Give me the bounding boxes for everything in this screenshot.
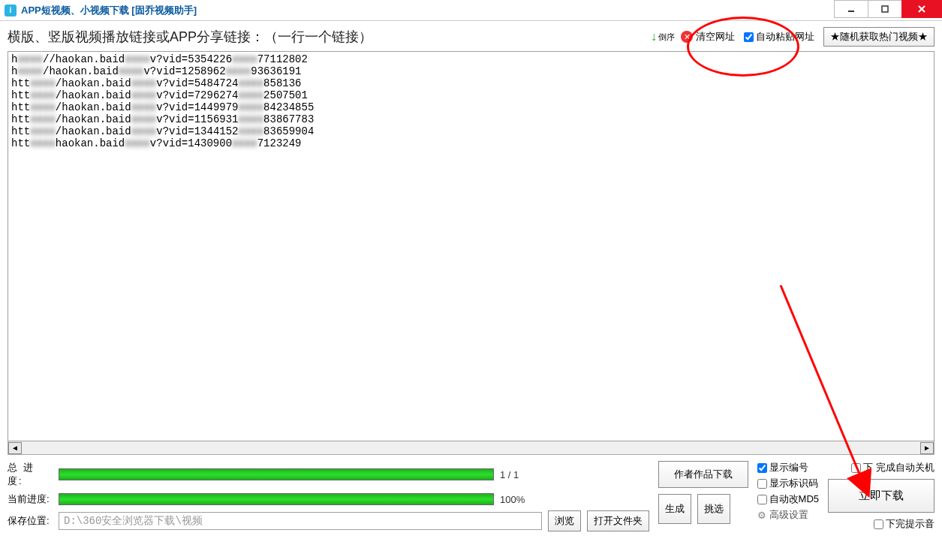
advanced-settings-link[interactable]: ⚙ 高级设置 — [757, 508, 819, 522]
show-id-checkbox[interactable]: 显示标识码 — [757, 477, 819, 490]
save-path-input[interactable] — [59, 512, 542, 530]
save-location-label: 保存位置: — [8, 514, 53, 528]
url-line: httxxxxhaokan.baidxxxxv?vid=1430900xxxx7… — [11, 137, 931, 149]
url-textarea[interactable]: hxxxx//haokan.baidxxxxv?vid=5354226xxxx7… — [8, 51, 934, 441]
browse-button[interactable]: 浏览 — [548, 510, 581, 531]
current-progress-bar — [59, 493, 494, 505]
maximize-button[interactable] — [868, 0, 902, 18]
url-line: httxxxx/haokan.baidxxxxv?vid=7296274xxxx… — [11, 89, 931, 101]
close-button[interactable] — [901, 0, 942, 18]
horizontal-scrollbar[interactable]: ◄ ► — [8, 441, 934, 455]
toolbar: 横版、竖版视频播放链接或APP分享链接：（一行一个链接） ↓ 倒序 ✕ 清空网址… — [8, 21, 934, 51]
download-now-button[interactable]: 立即下载 — [828, 479, 934, 513]
window-buttons — [835, 0, 942, 18]
url-line: httxxxx/haokan.baidxxxxv?vid=5484724xxxx… — [11, 77, 931, 89]
window-title: APP短视频、小视频下载 [固乔视频助手] — [21, 4, 197, 17]
total-progress-text: 1 / 1 — [500, 469, 545, 480]
sort-label: 倒序 — [658, 33, 675, 41]
auto-md5-checkbox[interactable]: 自动改MD5 — [757, 492, 819, 506]
auto-paste-checkbox[interactable]: 自动粘贴网址 — [744, 30, 814, 44]
total-progress-bar — [59, 468, 494, 480]
bottom-panel: 总 进 度: 1 / 1 当前进度: 100% 保存位置: 浏览 打开文件夹 — [8, 455, 934, 542]
auto-shutdown-checkbox[interactable]: 下 完成自动关机 — [851, 461, 934, 474]
open-folder-button[interactable]: 打开文件夹 — [587, 510, 649, 531]
auto-paste-label: 自动粘贴网址 — [756, 30, 814, 44]
url-line: hxxxx/haokan.baidxxxxv?vid=1258962xxxx93… — [11, 65, 931, 77]
scroll-right-button[interactable]: ► — [920, 442, 934, 454]
clear-label: 清空网址 — [696, 30, 735, 44]
author-download-button[interactable]: 作者作品下载 — [658, 461, 748, 488]
minimize-button[interactable] — [834, 0, 868, 18]
current-progress-label: 当前进度: — [8, 492, 53, 506]
main-area: 横版、竖版视频播放链接或APP分享链接：（一行一个链接） ↓ 倒序 ✕ 清空网址… — [0, 21, 942, 542]
arrow-down-icon: ↓ — [651, 30, 657, 44]
instruction-label: 横版、竖版视频播放链接或APP分享链接：（一行一个链接） — [8, 28, 651, 46]
options-column: 显示编号 显示标识码 自动改MD5 ⚙ 高级设置 — [757, 461, 819, 522]
show-number-checkbox[interactable]: 显示编号 — [757, 461, 819, 474]
app-icon: i — [5, 5, 17, 17]
current-progress-text: 100% — [500, 494, 545, 505]
svg-rect-1 — [882, 6, 888, 12]
url-line: hxxxx//haokan.baidxxxxv?vid=5354226xxxx7… — [11, 53, 931, 65]
auto-paste-input[interactable] — [744, 32, 754, 42]
done-sound-checkbox[interactable]: 下完提示音 — [874, 517, 934, 531]
url-line: httxxxx/haokan.baidxxxxv?vid=1344152xxxx… — [11, 125, 931, 137]
clear-urls-button[interactable]: ✕ 清空网址 — [681, 30, 735, 44]
close-circle-icon: ✕ — [681, 31, 693, 43]
generate-button[interactable]: 生成 — [658, 494, 691, 524]
sort-button[interactable]: ↓ 倒序 — [651, 30, 675, 44]
gear-icon: ⚙ — [757, 510, 766, 521]
title-bar: i APP短视频、小视频下载 [固乔视频助手] — [0, 0, 942, 21]
scroll-left-button[interactable]: ◄ — [8, 442, 22, 454]
total-progress-label: 总 进 度: — [8, 461, 53, 488]
random-hot-button[interactable]: ★随机获取热门视频★ — [823, 27, 934, 47]
url-line: httxxxx/haokan.baidxxxxv?vid=1156931xxxx… — [11, 113, 931, 125]
right-column: 下 完成自动关机 立即下载 下完提示音 — [828, 461, 934, 531]
url-line: httxxxx/haokan.baidxxxxv?vid=1449979xxxx… — [11, 101, 931, 113]
pick-button[interactable]: 挑选 — [697, 494, 730, 524]
